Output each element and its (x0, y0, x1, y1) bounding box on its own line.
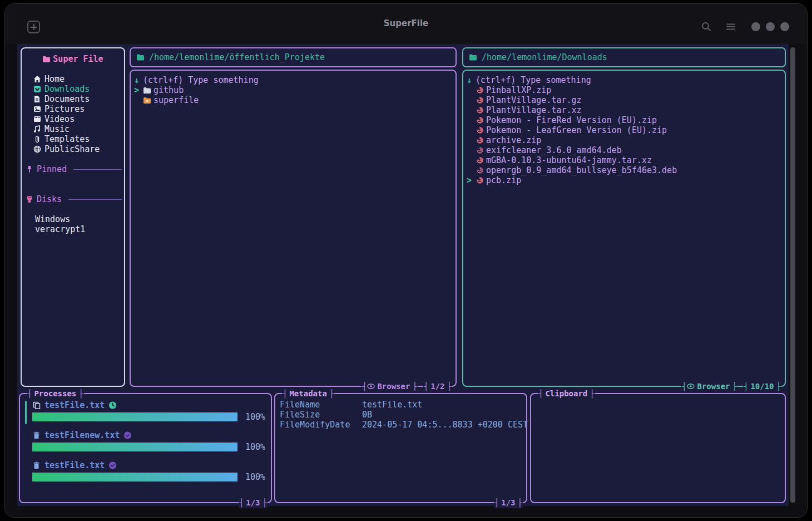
sidebar-item-publicshare[interactable]: PublicShare (22, 144, 124, 154)
file-row[interactable]: PlantVillage.tar.xz (467, 105, 781, 115)
archive-icon (476, 126, 484, 135)
process-item[interactable]: testFile.txt 100% (32, 400, 265, 422)
panel-counter: ┤1/3├ (239, 497, 268, 508)
clipboard-title: ┤Clipboard├ (538, 388, 595, 399)
metadata-key: FileSize (280, 410, 362, 420)
folder-icon (136, 53, 145, 62)
eye-icon (687, 382, 695, 391)
progress-bar (32, 443, 237, 451)
terminal-content: Super File Home Downloads (17, 44, 789, 506)
file-name: openrgb_0.9_amd64_bullseye_b5f46e3.deb (486, 165, 677, 175)
titlebar: SuperFile (5, 4, 807, 44)
window-control-dot[interactable] (780, 22, 789, 31)
file-panel-projects: (ctrl+f) Type something github (130, 70, 457, 387)
process-item[interactable]: testFile.txt 100% (32, 460, 265, 482)
screen: SuperFile (0, 0, 812, 521)
selection-chevron-icon (467, 175, 476, 185)
app-window: SuperFile (4, 3, 808, 518)
window-controls-dots[interactable] (751, 22, 789, 31)
search-arrow-icon (467, 75, 476, 85)
file-row[interactable]: PinballXP.zip (467, 85, 781, 95)
sidebar-item-music[interactable]: Music (22, 124, 124, 134)
window-control-dot[interactable] (766, 22, 775, 31)
picture-icon (33, 105, 41, 114)
search-placeholder: (ctrl+f) Type something (476, 75, 591, 85)
disk-item-veracrypt1[interactable]: veracrypt1 (22, 224, 124, 234)
sidebar-section-pinned: Pinned (22, 164, 124, 174)
progress-bar (32, 412, 237, 421)
file-row[interactable]: exifcleaner_3.6.0_amd64.deb (467, 145, 781, 155)
section-divider (73, 169, 122, 170)
processes-panel: ┤Processes├ testFile.txt (19, 393, 272, 503)
sidebar-item-videos[interactable]: Videos (22, 114, 124, 124)
trash-icon (32, 431, 41, 440)
file-row[interactable]: mGBA-0.10.3-ubuntu64-jammy.tar.xz (467, 155, 781, 165)
archive-icon (476, 86, 484, 95)
video-icon (33, 115, 41, 124)
search-icon[interactable] (700, 21, 712, 33)
search-input[interactable]: (ctrl+f) Type something (134, 75, 452, 85)
metadata-title: ┤Metadata├ (282, 388, 334, 399)
folder-icon (469, 53, 477, 62)
metadata-panel: ┤Metadata├ FileName testFile.txt FileSiz… (274, 393, 527, 503)
sidebar-header: Super File (22, 54, 124, 64)
path-text: /home/lemonlime/Downloads (482, 52, 607, 62)
sidebar-item-label: Home (44, 74, 65, 84)
file-row[interactable]: Pokemon - LeafGreen Version (EU).zip (467, 125, 781, 135)
search-placeholder: (ctrl+f) Type something (143, 75, 259, 85)
path-bar-downloads[interactable]: /home/lemonlime/Downloads (462, 47, 786, 67)
archive-icon (476, 136, 484, 145)
sidebar-item-templates[interactable]: Templates (22, 134, 124, 144)
progress-percent: 100% (243, 412, 265, 422)
process-cursor (25, 401, 27, 424)
file-name: exifcleaner_3.6.0_amd64.deb (486, 145, 622, 155)
panel-counter: ┤1/2├ (423, 381, 452, 392)
metadata-row: FileName testFile.txt (280, 400, 522, 410)
file-name: superfile (154, 95, 199, 105)
file-row[interactable]: archive.zip (467, 135, 781, 145)
file-row[interactable]: PlantVillage.tar.gz (467, 95, 781, 105)
section-divider (68, 199, 122, 200)
window-control-dot[interactable] (751, 22, 760, 31)
folder-star-icon (143, 96, 151, 105)
file-name: PlantVillage.tar.gz (486, 95, 582, 105)
file-name: Pokemon - LeafGreen Version (EU).zip (486, 125, 667, 135)
file-row[interactable]: github (134, 85, 452, 95)
debian-icon (476, 166, 484, 175)
clipboard-panel: ┤Clipboard├ (530, 393, 786, 503)
archive-icon (476, 106, 484, 115)
disk-item-windows[interactable]: Windows (22, 214, 124, 224)
path-bar-projects[interactable]: /home/lemonlime/öffentlich_Projekte (130, 47, 457, 67)
process-item[interactable]: testFilenew.txt 100% (32, 430, 265, 452)
file-row[interactable]: openrgb_0.9_amd64_bullseye_b5f46e3.deb (467, 165, 781, 175)
file-name: pcb.zip (486, 175, 521, 185)
sidebar-item-documents[interactable]: Documents (22, 94, 124, 104)
scrollbar[interactable] (790, 47, 795, 503)
sidebar-title: Super File (53, 54, 103, 64)
metadata-value: testFile.txt (362, 400, 422, 410)
selection-chevron-icon (134, 85, 143, 95)
sidebar-item-downloads[interactable]: Downloads (22, 84, 124, 94)
sidebar-item-label: Templates (44, 134, 90, 144)
sidebar-item-label: PublicShare (44, 144, 100, 154)
file-row[interactable]: Pokemon - FireRed Version (EU).zip (467, 115, 781, 125)
archive-icon (476, 156, 484, 165)
window-title: SuperFile (5, 18, 807, 28)
sidebar-item-pictures[interactable]: Pictures (22, 104, 124, 114)
file-row[interactable]: superfile (134, 95, 452, 105)
folder-icon (143, 86, 151, 95)
file-panel-downloads: (ctrl+f) Type something PinballXP.zipPla… (462, 70, 786, 387)
process-name: testFile.txt (44, 400, 105, 410)
check-icon (123, 431, 132, 440)
panel-counter: ┤10/10├ (743, 381, 781, 392)
music-icon (33, 125, 41, 134)
sidebar-panel: Super File Home Downloads (21, 47, 125, 387)
home-icon (33, 75, 41, 83)
file-row[interactable]: pcb.zip (467, 175, 781, 185)
sidebar-item-home[interactable]: Home (22, 74, 124, 84)
menu-icon[interactable] (725, 21, 737, 33)
file-name: archive.zip (486, 135, 541, 145)
metadata-value: 0B (362, 410, 372, 420)
search-input[interactable]: (ctrl+f) Type something (467, 75, 781, 85)
trash-icon (32, 461, 41, 470)
